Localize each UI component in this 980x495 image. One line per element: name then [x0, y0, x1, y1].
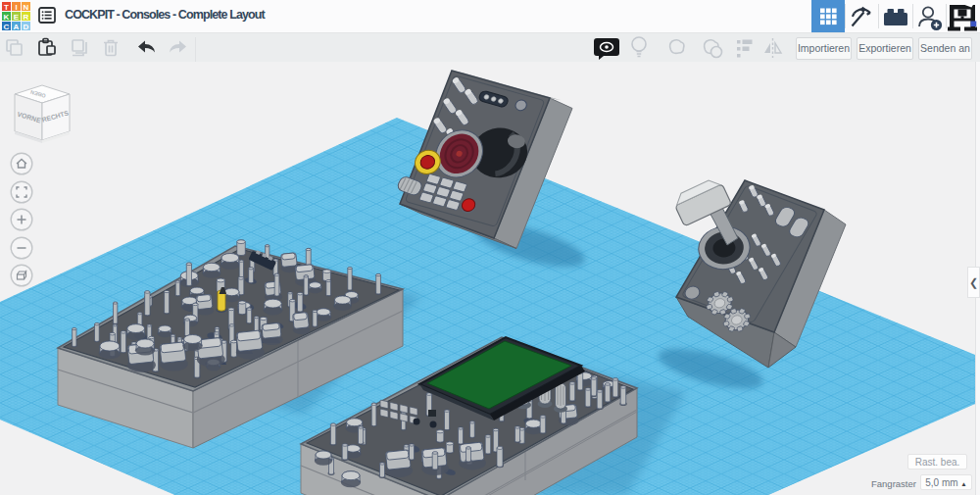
svg-text:K: K	[4, 13, 10, 22]
svg-text:D: D	[24, 23, 29, 31]
svg-text:N: N	[24, 3, 29, 12]
svg-text:A: A	[14, 23, 20, 31]
svg-text:T: T	[4, 3, 9, 12]
svg-text:E: E	[14, 13, 20, 22]
svg-text:R: R	[24, 13, 29, 22]
svg-text:C: C	[4, 23, 10, 31]
svg-text:I: I	[15, 3, 17, 12]
